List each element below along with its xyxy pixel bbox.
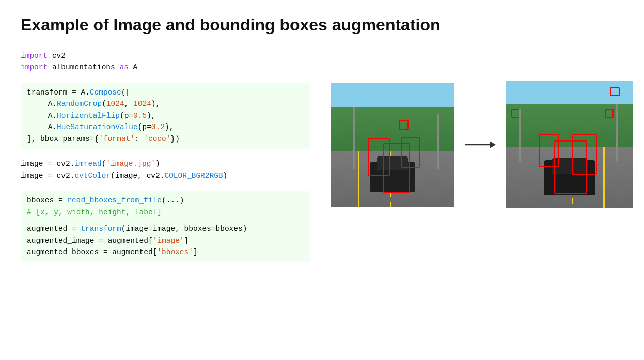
code-line-transform: transform = A.Compose([ <box>27 87 304 98</box>
arrow-indicator <box>465 137 496 152</box>
transform-var: transform = A. <box>27 88 90 97</box>
bbox-aug-small1 <box>610 87 620 96</box>
bbox-aug-car2 <box>572 134 597 175</box>
keyword-as: as <box>119 63 128 71</box>
code-line-bboxparams: ], bbox_params={'format': 'coco'}) <box>27 133 304 145</box>
code-line-comment: # [x, y, width, height, label] <box>27 207 304 218</box>
code-line-imread: image = cv2.imread('image.jpg') <box>21 158 310 169</box>
module-cv2: cv2 <box>52 52 66 60</box>
code-line-import1: import cv2 <box>21 50 310 61</box>
code-line-augmented: augmented = transform(image=image, bboxe… <box>27 223 304 234</box>
code-line-huesat: A.HueSaturationValue(p=0.2), <box>27 121 304 133</box>
page-title: Example of Image and bounding boxes augm… <box>21 15 623 35</box>
bbox-aug-small2 <box>605 109 614 118</box>
compose-fn: Compose <box>90 88 121 97</box>
code-bboxes-block: bboxes = read_bboxes_from_file(...) # [x… <box>21 191 310 262</box>
hflip-fn: HorizontalFlip <box>57 112 120 120</box>
comment-label: # [x, y, width, height, label] <box>27 208 162 216</box>
bbox-aug-car3 <box>539 134 559 167</box>
randomcrop-fn: RandomCrop <box>57 100 102 108</box>
cvtcolor-fn: cvtColor <box>74 171 111 180</box>
huesat-fn: HueSaturationValue <box>57 123 138 131</box>
code-line-bboxes-read: bboxes = read_bboxes_from_file(...) <box>27 195 304 206</box>
transform-fn: transform <box>81 225 121 233</box>
keyword-import1: import <box>21 52 48 60</box>
svg-marker-1 <box>490 141 496 148</box>
code-line-cvtcolor: image = cv2.cvtColor(image, cv2.COLOR_BG… <box>21 170 310 181</box>
alias-a: A <box>133 63 138 71</box>
augmented-image <box>506 81 633 208</box>
keyword-import2: import <box>21 63 48 71</box>
read-bboxes-fn: read_bboxes_from_file <box>67 196 162 205</box>
original-image <box>331 83 454 207</box>
code-import-block: import cv2 import albumentations as A <box>21 50 310 73</box>
bbox-car3 <box>401 137 420 168</box>
code-compose-block: transform = A.Compose([ A.RandomCrop(102… <box>21 83 310 149</box>
bbox-car2 <box>368 138 390 176</box>
code-section: import cv2 import albumentations as A tr… <box>21 50 310 272</box>
images-section <box>331 81 633 208</box>
code-line-randomcrop: A.RandomCrop(1024, 1024), <box>27 98 304 109</box>
code-imread-block: image = cv2.imread('image.jpg') image = … <box>21 158 310 181</box>
imread-fn: imread <box>74 160 101 168</box>
code-line-aug-image: augmented_image = augmented['image'] <box>27 235 304 246</box>
bbox-small1 <box>399 120 409 130</box>
module-albumentations: albumentations <box>52 63 120 71</box>
code-line-aug-bboxes: augmented_bboxes = augmented['bboxes'] <box>27 246 304 258</box>
code-line-import2: import albumentations as A <box>21 61 310 73</box>
code-line-hflip: A.HorizontalFlip(p=0.5), <box>27 110 304 121</box>
